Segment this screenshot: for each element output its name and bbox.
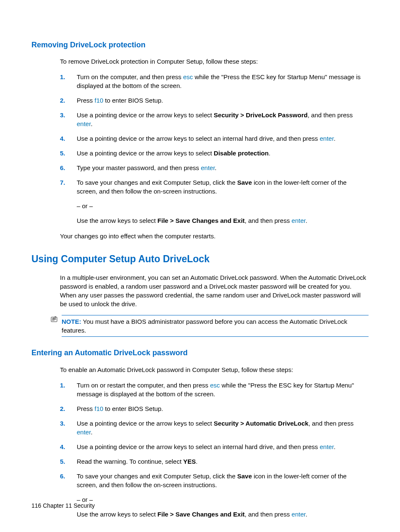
step: 1. Turn on the computer, and then press … [60,72,369,90]
chapter-label: Chapter 11 Security [41,502,95,509]
step: 3. Use a pointing device or the arrow ke… [60,419,369,436]
page-number: 116 [31,502,41,509]
step-body: Press f10 to enter BIOS Setup. [77,96,369,105]
text: . [306,511,307,518]
text: . [269,150,270,157]
heading-auto-drivelock: Using Computer Setup Auto DriveLock [31,252,369,266]
text: to enter BIOS Setup. [103,405,163,412]
bold-text: Save [237,473,252,480]
bold-text: File > Save Changes and Exit [158,511,245,518]
section1-intro: To remove DriveLock protection in Comput… [60,57,369,66]
step-body: Use a pointing device or the arrow keys … [77,111,369,128]
step: 5. Read the warning. To continue, select… [60,457,369,466]
text: Use a pointing device or the arrow keys … [77,135,320,142]
step: 6. Type your master password, and then p… [60,163,369,172]
step: 4. Use a pointing device or the arrow ke… [60,442,369,451]
bold-text: Security > Automatic DriveLock [214,420,309,427]
key-enter: enter [291,217,305,224]
text: Turn on or restart the computer, and the… [77,382,210,389]
text: To save your changes and exit Computer S… [77,473,237,480]
key-esc: esc [183,73,193,80]
section3-body: To enable an Automatic DriveLock passwor… [60,365,369,519]
step-number: 1. [60,72,77,90]
step-number: 3. [60,419,77,436]
key-enter: enter [320,443,334,450]
bold-text: YES [183,458,196,465]
note: NOTE: You must have a BIOS administrator… [51,315,369,337]
step-number: 2. [60,96,77,105]
step-number: 2. [60,404,77,413]
text: To save your changes and exit Computer S… [77,179,237,186]
key-enter: enter [77,120,91,127]
note-icon [51,316,59,325]
text: Read the warning. To continue, select [77,458,183,465]
step-number: 1. [60,381,77,398]
step: 3. Use a pointing device or the arrow ke… [60,111,369,128]
step-body: Use a pointing device or the arrow keys … [77,149,369,158]
step: 5. Use a pointing device or the arrow ke… [60,149,369,158]
text: Use a pointing device or the arrow keys … [77,150,214,157]
section1-steps: 1. Turn on the computer, and then press … [60,72,369,225]
section1-body: To remove DriveLock protection in Comput… [60,57,369,240]
key-esc: esc [210,382,220,389]
step-body: Type your master password, and then pres… [77,163,369,172]
section2-body: In a multiple-user environment, you can … [60,273,369,308]
step-number: 4. [60,442,77,451]
step-body: Use a pointing device or the arrow keys … [77,442,369,451]
text: . [91,120,92,127]
or-separator: – or – [77,201,369,210]
text: Use a pointing device or the arrow keys … [77,111,214,119]
section3-steps: 1. Turn on or restart the computer, and … [60,381,369,519]
heading-removing-drivelock: Removing DriveLock protection [31,40,369,50]
key-f10: f10 [95,97,104,104]
step-number: 3. [60,111,77,128]
step-body: Turn on or restart the computer, and the… [77,381,369,398]
section2-intro: In a multiple-user environment, you can … [60,273,369,308]
step-body: To save your changes and exit Computer S… [77,178,369,225]
note-body: You must have a BIOS administrator passw… [62,318,347,334]
step-number: 5. [60,457,77,466]
bold-text: Save [237,179,252,186]
text: . [91,429,92,436]
section3-intro: To enable an Automatic DriveLock passwor… [60,365,369,374]
note-box: NOTE: You must have a BIOS administrator… [62,315,369,337]
text: to enter BIOS Setup. [103,97,163,104]
step: 4. Use a pointing device or the arrow ke… [60,134,369,143]
text: Type your master password, and then pres… [77,164,201,171]
step-body: To save your changes and exit Computer S… [77,472,369,519]
step: 2. Press f10 to enter BIOS Setup. [60,96,369,105]
text: , and then press [309,420,354,427]
text: , and then press [308,111,353,119]
text: . [215,164,216,171]
step-body: Use a pointing device or the arrow keys … [77,419,369,436]
key-enter: enter [201,164,215,171]
step-body: Read the warning. To continue, select YE… [77,457,369,466]
page-footer: 116 Chapter 11 Security [31,502,95,510]
step-body: Press f10 to enter BIOS Setup. [77,404,369,413]
step: 2. Press f10 to enter BIOS Setup. [60,404,369,413]
text: , and then press [245,217,292,224]
text: Turn on the computer, and then press [77,73,183,80]
document-page: Removing DriveLock protection To remove … [0,0,400,532]
key-enter: enter [77,429,91,436]
bold-text: Disable protection [214,150,269,157]
step-body: Turn on the computer, and then press esc… [77,72,369,90]
text: , and then press [245,511,292,518]
text: Use a pointing device or the arrow keys … [77,420,214,427]
text: Use the arrow keys to select [77,217,158,224]
section1-outro: Your changes go into effect when the com… [60,232,369,240]
text: . [306,217,307,224]
step-body: Use a pointing device or the arrow keys … [77,134,369,143]
text: Use a pointing device or the arrow keys … [77,443,320,450]
step-number: 6. [60,163,77,172]
bold-text: Security > DriveLock Password [214,111,308,119]
step-number: 6. [60,472,77,519]
key-enter: enter [291,511,305,518]
key-enter: enter [320,135,334,142]
or-separator: – or – [77,495,369,504]
step-number: 4. [60,134,77,143]
text: . [196,458,197,465]
step: 7. To save your changes and exit Compute… [60,178,369,225]
step: 6. To save your changes and exit Compute… [60,472,369,519]
heading-entering-auto-drivelock: Entering an Automatic DriveLock password [31,348,369,358]
